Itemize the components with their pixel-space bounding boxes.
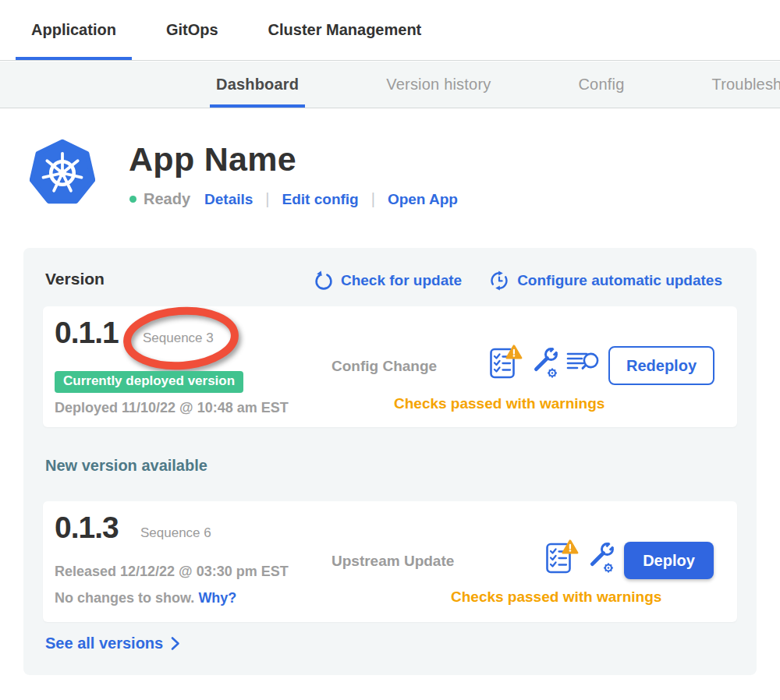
configure-automatic-updates-link[interactable]: Configure automatic updates (488, 270, 722, 292)
config-wrench-icon[interactable] (586, 538, 615, 575)
view-files-icon[interactable] (566, 346, 600, 377)
new-version-number: 0.1.3 (55, 511, 119, 545)
change-type-label: Upstream Update (332, 553, 454, 570)
status-dot (129, 196, 136, 203)
new-version-heading: New version available (45, 457, 207, 475)
tab-gitops[interactable]: GitOps (151, 0, 234, 60)
current-version-number: 0.1.1 (55, 316, 119, 350)
app-status-row: Ready Details | Edit config | Open App (129, 190, 458, 208)
preflight-checks-icon[interactable] (546, 538, 579, 575)
tab-version-history[interactable]: Version history (386, 62, 491, 108)
version-panel: Version Check for update Configure autom… (23, 248, 757, 675)
app-nav: Dashboard Version history Config Trouble… (0, 62, 780, 108)
kubernetes-logo (30, 139, 95, 207)
separator: | (371, 190, 375, 208)
open-app-link[interactable]: Open App (388, 191, 458, 208)
app-name: App Name (129, 140, 296, 179)
checks-status-current: Checks passed with warnings (394, 395, 604, 412)
preflight-checks-icon[interactable] (490, 343, 523, 380)
check-for-update-link[interactable]: Check for update (314, 270, 462, 291)
chevron-right-icon (171, 636, 180, 651)
tab-application[interactable]: Application (16, 0, 132, 60)
details-link[interactable]: Details (204, 191, 253, 208)
tab-cluster-management[interactable]: Cluster Management (253, 0, 438, 60)
checks-status-new: Checks passed with warnings (451, 589, 661, 606)
new-version-sequence: Sequence 6 (140, 525, 211, 541)
primary-nav: Application GitOps Cluster Management (0, 0, 780, 61)
released-timestamp: Released 12/12/22 @ 03:30 pm EST (55, 564, 289, 580)
new-version-card: 0.1.3 Sequence 6 Released 12/12/22 @ 03:… (43, 501, 737, 622)
tab-troubleshoot[interactable]: Troubleshoot (711, 62, 780, 108)
redeploy-button[interactable]: Redeploy (608, 346, 714, 385)
status-label: Ready (144, 190, 190, 208)
see-all-versions-link[interactable]: See all versions (45, 635, 180, 652)
version-panel-title: Version (45, 270, 105, 288)
separator: | (265, 190, 269, 208)
tab-dashboard[interactable]: Dashboard (216, 62, 299, 108)
deployed-badge: Currently deployed version (55, 371, 243, 393)
no-changes-row: No changes to show. Why? (55, 590, 236, 606)
change-type-label: Config Change (332, 358, 437, 375)
current-version-sequence: Sequence 3 (143, 331, 214, 346)
refresh-icon (314, 270, 334, 291)
why-link[interactable]: Why? (198, 590, 236, 606)
deployed-timestamp: Deployed 11/10/22 @ 10:48 am EST (55, 400, 289, 416)
auto-update-icon (488, 270, 510, 292)
tab-config[interactable]: Config (578, 62, 624, 108)
current-version-card: 0.1.1 Sequence 3 Currently deployed vers… (43, 306, 737, 427)
edit-config-link[interactable]: Edit config (282, 191, 359, 208)
deploy-button[interactable]: Deploy (624, 542, 714, 579)
config-wrench-icon[interactable] (530, 343, 559, 380)
